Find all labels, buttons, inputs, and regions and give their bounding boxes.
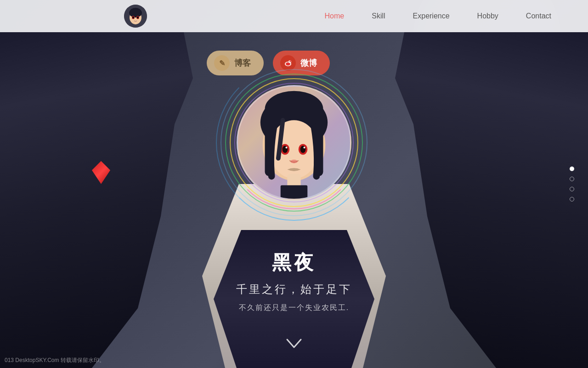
page-dot-1[interactable]	[570, 167, 574, 171]
nav-contact[interactable]: Contact	[526, 12, 551, 20]
svg-rect-18	[281, 185, 308, 199]
blog-label: 博客	[234, 58, 251, 69]
page-dot-2[interactable]	[570, 177, 574, 181]
svg-point-15	[303, 147, 305, 149]
watermark: 013 DesktopSKY.Com 转载请保留水印。	[5, 356, 105, 364]
svg-point-14	[285, 147, 287, 149]
svg-point-12	[283, 146, 288, 153]
hero-subtitle: 千里之行，始于足下	[156, 282, 432, 297]
hero-text-block: 黑夜 千里之行，始于足下 不久前还只是一个失业农民工.	[156, 250, 432, 322]
profile-avatar	[237, 85, 351, 200]
navbar: Home Skill Experience Hobby Contact	[0, 0, 588, 32]
nav-hobby[interactable]: Hobby	[477, 12, 498, 20]
svg-point-22	[130, 8, 141, 15]
page-dots	[570, 167, 574, 201]
blog-icon: ✎	[214, 55, 230, 71]
hero-description: 不久前还只是一个失业农民工.	[156, 303, 432, 313]
nav-links: Home Skill Experience Hobby Contact	[325, 12, 551, 20]
svg-point-25	[132, 17, 134, 19]
scroll-down-button[interactable]	[285, 337, 303, 354]
svg-point-3	[290, 61, 291, 62]
svg-point-26	[137, 17, 139, 19]
svg-point-16	[290, 160, 298, 163]
hero-title: 黑夜	[156, 250, 432, 276]
nav-experience[interactable]: Experience	[413, 12, 450, 20]
profile-rings	[225, 74, 363, 212]
nav-skill[interactable]: Skill	[372, 12, 385, 20]
hero-section: ✎ 博客 微博	[0, 0, 588, 368]
page-dot-4[interactable]	[570, 197, 574, 201]
page-dot-3[interactable]	[570, 187, 574, 191]
nav-logo[interactable]	[124, 5, 147, 28]
nav-home[interactable]: Home	[325, 12, 345, 20]
blog-button[interactable]: ✎ 博客	[207, 51, 264, 75]
